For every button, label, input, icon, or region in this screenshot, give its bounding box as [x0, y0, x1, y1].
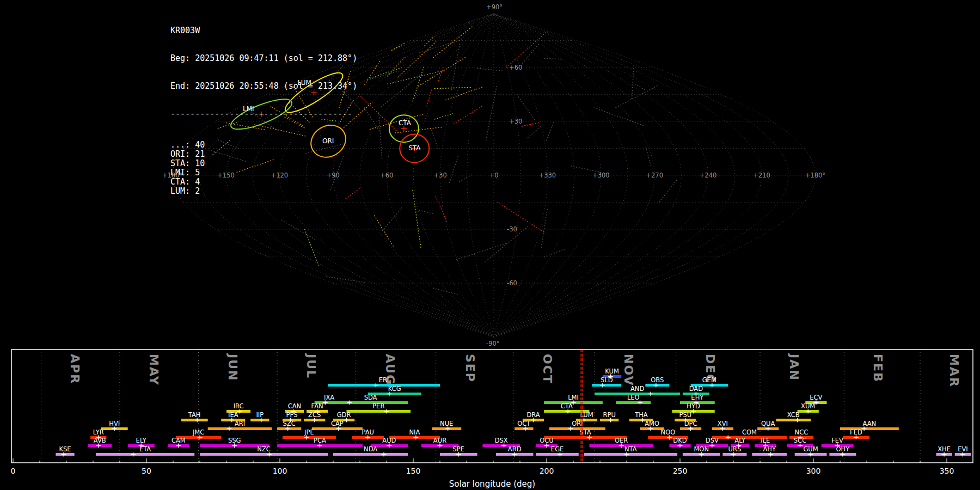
grid-meridian: [413, 14, 494, 337]
lat-label: -60: [507, 279, 517, 287]
shower-label-SLD: SLD: [601, 376, 613, 384]
shower-label-RPU: RPU: [603, 411, 615, 419]
lon-label: +330: [539, 171, 556, 179]
shower-label-ARI: ARI: [235, 420, 245, 427]
meteor-trail: [305, 229, 319, 267]
shower-label-THA: THA: [634, 411, 648, 419]
meteor-trail: [616, 85, 658, 108]
shower-bar-COM: [712, 436, 787, 439]
shower-label-COM: COM: [742, 428, 757, 436]
radiant-label-STA: STA: [408, 144, 421, 152]
shower-label-PCA: PCA: [314, 437, 326, 444]
grid-meridian: [494, 14, 762, 337]
shower-label-GEM: GEM: [702, 376, 716, 384]
shower-bar-TAH: [181, 419, 208, 421]
meteor-trail: [517, 94, 535, 120]
axis-tick-label: 100: [273, 467, 287, 475]
shower-bar-LEO: [616, 401, 651, 404]
lon-label: +60: [380, 171, 393, 179]
count-LMI: LMI: 5: [170, 168, 357, 177]
shower-label-EGE: EGE: [551, 445, 564, 453]
shower-label-JPE: JPE: [304, 428, 314, 436]
shower-bar-NDA: [333, 453, 408, 456]
shower-label-EVI: EVI: [958, 445, 968, 453]
shower-label-ELY: ELY: [136, 437, 147, 444]
meteor-trail: [387, 71, 441, 84]
shower-label-PER: PER: [372, 402, 384, 410]
shower-label-DRA: DRA: [526, 411, 540, 419]
meteor-trail: [498, 202, 546, 233]
station-code: KR003W: [170, 26, 357, 35]
shower-bar-ORI: [549, 427, 605, 430]
shower-label-OCU: OCU: [540, 437, 554, 444]
shower-bar-SLD: [592, 384, 621, 387]
shower-label-TAH: TAH: [188, 411, 201, 419]
lat-label: +30: [509, 118, 522, 125]
shower-label-CAN: CAN: [288, 402, 302, 410]
meteor-trail: [379, 112, 382, 159]
meteor-trail: [477, 69, 503, 71]
shower-label-SSG: SSG: [228, 437, 241, 444]
meteor-trail: [425, 36, 434, 46]
meteor-trail: [370, 68, 402, 78]
shower-label-ERI: ERI: [379, 376, 389, 384]
meteor-trail: [646, 146, 651, 167]
meteor-trail: [365, 60, 381, 85]
count-ORI: ORI: 21: [170, 150, 357, 159]
meteor-trail: [451, 44, 460, 90]
shower-label-FAN: FAN: [311, 402, 323, 410]
shower-label-NTA: NTA: [624, 445, 637, 453]
shower-label-AHY: AHY: [763, 445, 776, 453]
meteor-trail: [364, 71, 400, 81]
month-label: OCT: [541, 354, 554, 384]
axis-tick-label: 50: [142, 467, 151, 475]
meteor-trail: [486, 86, 497, 141]
axis-tick-label: 0: [11, 467, 16, 475]
meteor-trail: [391, 42, 406, 50]
meteor-trail: [281, 219, 315, 240]
shower-bar-AAN: [840, 427, 899, 430]
shower-label-DKD: DKD: [673, 437, 687, 444]
shower-label-NDA: NDA: [364, 445, 377, 453]
meteor-trail: [413, 190, 421, 249]
shower-bar-PER: [347, 410, 411, 413]
shower-label-JMC: JMC: [192, 428, 204, 436]
shower-bar-ETA: [96, 453, 194, 456]
month-label: MAR: [947, 354, 961, 388]
meteor-trail: [633, 83, 645, 90]
shower-label-SPE: SPE: [453, 445, 465, 453]
shower-label-KSE: KSE: [59, 445, 71, 453]
meteor-trail: [593, 107, 644, 125]
month-label: JAN: [787, 353, 801, 381]
month-label: MAY: [147, 354, 161, 386]
shower-label-SCC: SCC: [794, 437, 806, 444]
shower-bar-NZC: [200, 453, 328, 456]
count-CTA: CTA: 4: [170, 177, 357, 187]
meteor-trail: [445, 87, 482, 100]
count-LUM: LUM: 2: [170, 187, 357, 196]
shower-bar-EGE: [536, 453, 578, 456]
meteor-trail: [659, 180, 677, 203]
shower-label-IXA: IXA: [324, 394, 334, 401]
shower-label-ARD: ARD: [508, 445, 522, 453]
shower-label-GUM: GUM: [803, 445, 818, 453]
shower-label-FED: FED: [850, 428, 862, 436]
shower-label-OBS: OBS: [651, 376, 664, 384]
meteor-trail: [434, 88, 471, 89]
observation-info: KR003W Beg: 20251026 09:47:11 (sol = 212…: [170, 8, 357, 215]
month-label: FEB: [871, 354, 885, 383]
shower-label-CAP: CAP: [331, 420, 344, 427]
shower-label-LEO: LEO: [627, 394, 640, 401]
meteor-trail: [528, 125, 543, 138]
shower-label-SDA: SDA: [364, 394, 377, 401]
shower-label-HVI: HVI: [109, 420, 120, 427]
lat-label: +90°: [486, 3, 503, 11]
meteor-trail: [326, 277, 365, 283]
lon-label: +240: [700, 171, 717, 179]
shower-bar-NTA: [584, 453, 678, 456]
month-label: JUN: [226, 353, 240, 381]
shower-label-SZC: SZC: [283, 420, 296, 427]
shower-label-URS: URS: [728, 445, 742, 453]
meteor-trail: [431, 128, 438, 149]
axis-tick-label: 200: [540, 467, 554, 475]
